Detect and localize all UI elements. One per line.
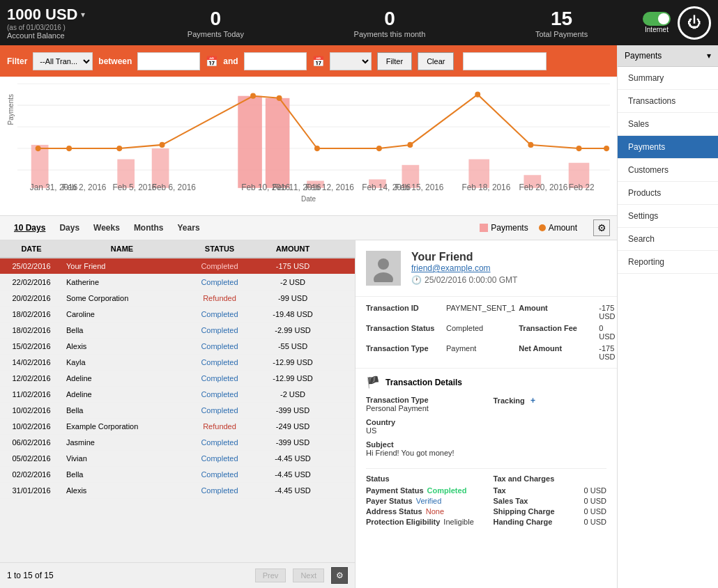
sidebar-item-customers[interactable]: Customers — [618, 159, 718, 182]
cell-date: 25/02/2016 — [0, 258, 63, 274]
svg-rect-15 — [266, 98, 290, 188]
amount-label: Amount — [519, 304, 595, 312]
sidebar-item-reporting[interactable]: Reporting — [618, 251, 718, 274]
tab-10-days[interactable]: 10 Days — [7, 221, 52, 235]
sidebar-item-sales[interactable]: Sales — [618, 113, 718, 136]
contact-email[interactable]: friend@example.com — [411, 263, 517, 273]
table-row[interactable]: 22/02/2016 Katherine Completed -2 USD — [0, 274, 355, 291]
legend-amount-label: Amount — [549, 223, 577, 233]
transactions-table: DATE NAME STATUS AMOUNT 25/02/2016 Your … — [0, 240, 356, 588]
tab-weeks[interactable]: Weeks — [86, 221, 127, 235]
sidebar-item-transactions[interactable]: Transactions — [618, 90, 718, 113]
pagination-controls: Prev Next ⚙ — [255, 567, 348, 584]
detail-row: Transaction Fee 0 USD — [519, 324, 615, 341]
legend-payments: Payments — [480, 223, 528, 233]
cell-name: Alexis — [63, 483, 181, 498]
transaction-fee-label: Transaction Fee — [519, 324, 595, 332]
svg-point-31 — [475, 92, 480, 98]
calendar-to-icon[interactable]: 📅 — [312, 56, 324, 67]
filter-button[interactable]: Filter — [377, 52, 412, 70]
clear-button[interactable]: Clear — [418, 52, 454, 70]
table-settings-button[interactable]: ⚙ — [331, 567, 348, 584]
amount-value: -175 USD — [599, 304, 615, 320]
cell-amount: -19.48 USD — [258, 307, 328, 322]
transaction-id-label: Transaction ID — [366, 304, 443, 312]
status-section: Status Payment Status Completed Payer St… — [366, 474, 480, 526]
next-button[interactable]: Next — [293, 568, 324, 582]
table-row[interactable]: 18/02/2016 Bella Completed -2.99 USD — [0, 323, 355, 339]
balance-arrow[interactable]: ▾ — [81, 10, 85, 20]
cell-name: Bella — [63, 403, 181, 418]
subject-detail-row: Subject Hi Friend! You got money! — [366, 440, 480, 457]
table-row[interactable]: 31/01/2016 Alexis Completed -4.45 USD — [0, 483, 355, 499]
chart-settings-button[interactable]: ⚙ — [593, 219, 610, 236]
tab-months[interactable]: Months — [127, 221, 171, 235]
date-to-input[interactable] — [244, 52, 307, 70]
transaction-type-select[interactable]: --All Tran... — [33, 52, 93, 70]
transaction-status-value: Completed — [446, 324, 483, 332]
and-label: and — [223, 56, 238, 66]
cell-date: 02/02/2016 — [0, 467, 63, 482]
cell-amount: -4.45 USD — [258, 483, 328, 498]
cell-status: Completed — [181, 371, 258, 386]
table-row[interactable]: 06/02/2016 Jasmine Completed -399 USD — [0, 435, 355, 451]
table-row[interactable]: 10/02/2016 Bella Completed -399 USD — [0, 403, 355, 419]
transaction-fee-value: 0 USD — [599, 324, 615, 341]
filter-type-select[interactable] — [330, 52, 372, 70]
date-from-input[interactable] — [137, 52, 200, 70]
sidebar-dropdown[interactable]: Payments ▾ — [618, 45, 718, 67]
detail-row: Amount -175 USD — [519, 304, 615, 320]
payer-status-value: Verified — [416, 497, 442, 505]
tab-days[interactable]: Days — [52, 221, 86, 235]
sidebar-item-settings[interactable]: Settings — [618, 205, 718, 228]
contact-date: 🕐 25/02/2016 0:00:00 GMT — [411, 275, 517, 285]
sidebar-item-payments[interactable]: Payments — [618, 136, 718, 159]
search-input[interactable] — [463, 52, 547, 70]
cell-date: 12/02/2016 — [0, 371, 63, 386]
cell-amount: -4.45 USD — [258, 467, 328, 482]
detail-row: Transaction Status Completed — [366, 324, 515, 332]
internet-toggle[interactable]: Internet — [643, 12, 671, 33]
table-row[interactable]: 14/02/2016 Kayla Completed -12.99 USD — [0, 355, 355, 371]
power-button[interactable]: ⏻ — [678, 6, 711, 40]
clock-icon: 🕐 — [411, 275, 422, 285]
details-header: 🏴 Transaction Details — [366, 376, 606, 389]
cell-amount: -2.99 USD — [258, 323, 328, 338]
table-row[interactable]: 02/02/2016 Bella Completed -4.45 USD — [0, 467, 355, 483]
prev-button[interactable]: Prev — [255, 568, 287, 582]
handing-value: 0 USD — [584, 518, 606, 526]
detail-panel: Your Friend friend@example.com 🕐 25/02/2… — [356, 240, 617, 588]
details-left: Transaction Type Personal Payment Countr… — [366, 396, 480, 463]
contact-name: Your Friend — [411, 251, 517, 263]
chart-svg: 2 1.6 1.2 0.8 0.4 0 — [17, 80, 610, 192]
sales-tax-value: 0 USD — [584, 497, 606, 505]
table-row[interactable]: 11/02/2016 Adeline Completed -2 USD — [0, 387, 355, 403]
tracking-add-button[interactable]: + — [530, 396, 535, 405]
charges-section: Tax and Charges Tax 0 USD Sales Tax 0 US… — [494, 474, 607, 526]
table-row[interactable]: 25/02/2016 Your Friend Completed -175 US… — [0, 258, 355, 274]
legend-amount: Amount — [539, 223, 577, 233]
table-row[interactable]: 10/02/2016 Example Corporation Refunded … — [0, 419, 355, 435]
table-row[interactable]: 05/02/2016 Vivian Completed -4.45 USD — [0, 451, 355, 467]
table-row[interactable]: 18/02/2016 Caroline Completed -19.48 USD — [0, 307, 355, 323]
sidebar-item-search[interactable]: Search — [618, 228, 718, 251]
tab-years[interactable]: Years — [171, 221, 207, 235]
svg-point-32 — [528, 142, 533, 148]
legend-payments-color — [480, 224, 488, 232]
cell-amount: -99 USD — [258, 291, 328, 306]
cell-date: 14/02/2016 — [0, 355, 63, 370]
toggle-switch[interactable] — [643, 12, 671, 26]
cell-name: Katherine — [63, 274, 181, 290]
shipping-value: 0 USD — [584, 507, 606, 516]
table-row[interactable]: 20/02/2016 Some Corporation Refunded -99… — [0, 291, 355, 307]
calendar-from-icon[interactable]: 📅 — [206, 56, 217, 67]
svg-point-48 — [374, 272, 393, 282]
sidebar-item-summary[interactable]: Summary — [618, 67, 718, 90]
cell-status: Completed — [181, 451, 258, 466]
table-row[interactable]: 12/02/2016 Adeline Completed -12.99 USD — [0, 371, 355, 387]
sidebar-item-products[interactable]: Products — [618, 182, 718, 205]
fee-row: Transaction Fee 0 USD — [519, 324, 615, 341]
tracking-row: Tracking + — [494, 396, 607, 405]
table-row[interactable]: 15/02/2016 Alexis Completed -55 USD — [0, 339, 355, 355]
total-payments-label: Total Payments — [535, 30, 588, 38]
